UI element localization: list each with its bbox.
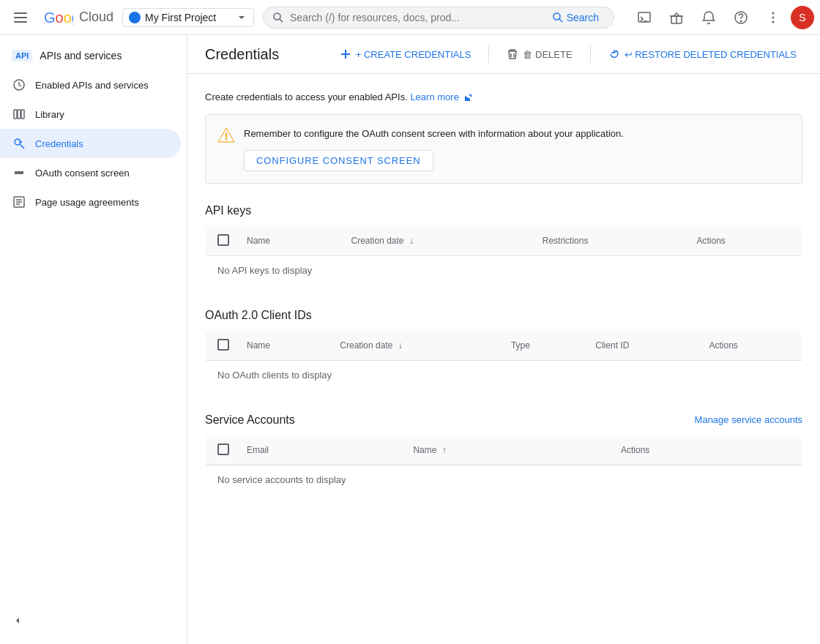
oauth-header-row: Name Creation date ↓ Type Client ID bbox=[206, 331, 802, 360]
oauth-empty-cell: No OAuth clients to display bbox=[206, 360, 802, 389]
topbar: Google Cloud My First Project Search bbox=[0, 0, 820, 35]
sa-email-col[interactable]: Email bbox=[235, 435, 401, 465]
sa-select-all-checkbox[interactable] bbox=[217, 443, 229, 455]
collapse-icon bbox=[12, 615, 23, 626]
api-keys-header-row: Name Creation date ↓ Restrictions Action… bbox=[206, 226, 802, 255]
bell-icon bbox=[701, 10, 716, 25]
search-button[interactable]: Search bbox=[546, 10, 605, 25]
svg-text:Google: Google bbox=[44, 10, 73, 26]
sidebar-item-enabled-apis[interactable]: Enabled APIs and services bbox=[0, 70, 181, 100]
sidebar-item-library[interactable]: Library bbox=[0, 100, 181, 129]
svg-line-7 bbox=[559, 19, 562, 22]
oauth-select-all-checkbox[interactable] bbox=[217, 339, 229, 351]
library-icon bbox=[12, 107, 26, 121]
create-credentials-btn[interactable]: + CREATE CREDENTIALS bbox=[334, 44, 477, 64]
user-avatar[interactable]: S bbox=[791, 6, 814, 29]
warning-banner: Remember to configure the OAuth consent … bbox=[205, 114, 802, 184]
oauth-select-all-col bbox=[206, 331, 236, 360]
api-keys-select-all-checkbox[interactable] bbox=[217, 234, 229, 246]
restore-credentials-btn[interactable]: ↩ RESTORE DELETED CREDENTIALS bbox=[603, 44, 802, 64]
plus-icon bbox=[340, 48, 351, 60]
sidebar-item-page-usage[interactable]: Page usage agreements bbox=[0, 187, 181, 217]
search-input[interactable] bbox=[290, 12, 546, 23]
svg-point-4 bbox=[274, 13, 280, 20]
delete-btn[interactable]: 🗑 DELETE bbox=[501, 44, 578, 64]
api-keys-actions-col: Actions bbox=[685, 226, 802, 255]
svg-point-13 bbox=[772, 16, 775, 18]
svg-rect-2 bbox=[14, 21, 27, 23]
manage-service-accounts-link[interactable]: Manage service accounts bbox=[695, 414, 802, 425]
terminal-icon bbox=[637, 10, 652, 25]
sa-empty-cell: No service accounts to display bbox=[206, 465, 802, 494]
sidebar-title: APIs and services bbox=[40, 50, 122, 61]
svg-point-6 bbox=[554, 13, 560, 20]
main-content: Credentials + CREATE CREDENTIALS 🗑 DELET… bbox=[187, 35, 820, 644]
google-cloud-logo: Google Cloud bbox=[44, 8, 113, 27]
svg-point-20 bbox=[15, 172, 18, 174]
svg-line-5 bbox=[280, 19, 283, 22]
external-link-icon bbox=[463, 94, 472, 102]
info-text: Create credentials to access your enable… bbox=[205, 91, 408, 102]
hamburger-menu[interactable] bbox=[6, 3, 35, 32]
more-options-btn[interactable] bbox=[758, 3, 788, 32]
terminal-icon-btn[interactable] bbox=[630, 3, 659, 32]
svg-rect-1 bbox=[14, 17, 27, 18]
api-keys-table: Name Creation date ↓ Restrictions Action… bbox=[205, 226, 802, 285]
svg-point-21 bbox=[18, 172, 20, 174]
oauth-icon bbox=[12, 165, 26, 180]
sidebar-label-enabled-apis: Enabled APIs and services bbox=[35, 80, 149, 91]
header-divider-1 bbox=[488, 45, 489, 63]
oauth-clientid-col: Client ID bbox=[584, 331, 697, 360]
svg-point-14 bbox=[772, 20, 775, 23]
svg-rect-18 bbox=[21, 110, 24, 119]
sidebar-item-credentials[interactable]: Credentials bbox=[0, 129, 181, 158]
sort-desc-icon: ↓ bbox=[409, 236, 414, 246]
warning-text: Remember to configure the OAuth consent … bbox=[244, 127, 790, 141]
header-divider-2 bbox=[590, 45, 591, 63]
svg-rect-16 bbox=[14, 110, 17, 119]
delete-icon bbox=[507, 48, 518, 60]
logo-cloud-text: Cloud bbox=[79, 10, 113, 25]
api-keys-date-col[interactable]: Creation date ↓ bbox=[339, 226, 530, 255]
oauth-actions-col: Actions bbox=[697, 331, 802, 360]
help-icon bbox=[734, 10, 748, 25]
gift-icon-btn[interactable] bbox=[662, 3, 691, 32]
project-name: My First Project bbox=[145, 12, 231, 23]
sidebar-label-credentials: Credentials bbox=[35, 138, 83, 149]
svg-point-11 bbox=[740, 20, 741, 21]
oauth-sort-icon: ↓ bbox=[398, 340, 403, 351]
page-usage-icon bbox=[12, 195, 26, 209]
service-accounts-header-row: Service Accounts Manage service accounts bbox=[205, 413, 802, 427]
api-keys-empty-cell: No API keys to display bbox=[206, 255, 802, 285]
api-keys-restrictions-col: Restrictions bbox=[531, 226, 685, 255]
restore-label: ↩ RESTORE DELETED CREDENTIALS bbox=[625, 49, 797, 60]
content-header: Credentials + CREATE CREDENTIALS 🗑 DELET… bbox=[187, 35, 820, 74]
oauth-type-col: Type bbox=[499, 331, 584, 360]
oauth-date-col[interactable]: Creation date ↓ bbox=[328, 331, 499, 360]
enabled-apis-icon bbox=[12, 78, 26, 92]
svg-rect-8 bbox=[638, 12, 650, 22]
api-badge: API bbox=[12, 50, 32, 61]
topbar-actions: S bbox=[630, 3, 814, 32]
credentials-icon bbox=[12, 136, 26, 151]
sa-empty-row: No service accounts to display bbox=[206, 465, 802, 494]
help-icon-btn[interactable] bbox=[726, 3, 756, 32]
project-selector[interactable]: My First Project bbox=[122, 8, 254, 27]
sidebar-header: API APIs and services bbox=[0, 41, 187, 70]
delete-label: 🗑 DELETE bbox=[523, 49, 572, 60]
search-bar: Search bbox=[263, 7, 614, 29]
svg-rect-0 bbox=[14, 12, 27, 14]
oauth-name-col[interactable]: Name bbox=[235, 331, 328, 360]
api-keys-name-col[interactable]: Name bbox=[235, 226, 339, 255]
alert-triangle-icon bbox=[217, 127, 235, 144]
sa-name-col[interactable]: Name ↑ bbox=[401, 435, 609, 465]
search-btn-label: Search bbox=[567, 12, 599, 23]
notifications-icon-btn[interactable] bbox=[694, 3, 723, 32]
service-accounts-title: Service Accounts bbox=[205, 413, 295, 427]
configure-consent-btn[interactable]: CONFIGURE CONSENT SCREEN bbox=[244, 150, 433, 171]
sidebar-collapse-btn[interactable] bbox=[6, 609, 29, 632]
service-accounts-table: Email Name ↑ Actions bbox=[205, 435, 802, 495]
create-credentials-label: + CREATE CREDENTIALS bbox=[356, 49, 471, 60]
sidebar-item-oauth-consent[interactable]: OAuth consent screen bbox=[0, 158, 181, 187]
learn-more-link[interactable]: Learn more bbox=[410, 91, 471, 102]
